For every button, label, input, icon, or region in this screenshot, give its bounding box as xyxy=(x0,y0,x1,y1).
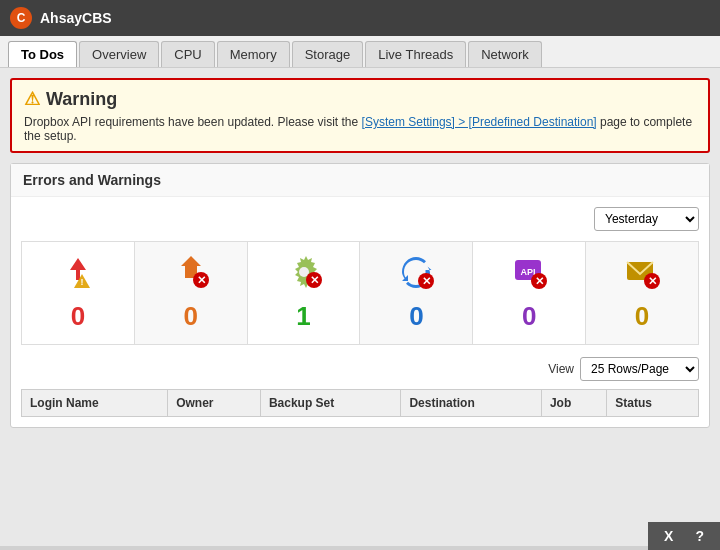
app-logo: C xyxy=(10,7,32,29)
svg-text:✕: ✕ xyxy=(648,275,657,287)
warning-heading: Warning xyxy=(46,89,117,110)
errors-warnings-panel: Errors and Warnings Yesterday Today Last… xyxy=(10,163,710,428)
top-bar: C AhsayCBS xyxy=(0,0,720,36)
view-row: View 25 Rows/Page 50 Rows/Page 100 Rows/… xyxy=(21,357,699,381)
view-label: View xyxy=(548,362,574,376)
svg-text:✕: ✕ xyxy=(196,274,205,286)
svg-text:✕: ✕ xyxy=(535,275,544,287)
stat-num-3: 1 xyxy=(256,301,352,332)
backup-error-icon: ✕ xyxy=(143,254,239,297)
col-status: Status xyxy=(607,390,699,417)
warning-pre: Dropbox API requirements have been updat… xyxy=(24,115,362,129)
col-owner: Owner xyxy=(168,390,261,417)
stat-card-backup-error: ✕ 0 xyxy=(135,242,248,344)
warning-message: Dropbox API requirements have been updat… xyxy=(24,115,696,143)
main-content: ⚠ Warning Dropbox API requirements have … xyxy=(0,68,720,546)
col-destination: Destination xyxy=(401,390,542,417)
stat-num-1: 0 xyxy=(30,301,126,332)
stat-card-sync-error: ✕ 0 xyxy=(360,242,473,344)
tab-cpu[interactable]: CPU xyxy=(161,41,214,67)
svg-marker-0 xyxy=(70,258,86,280)
settings-error-icon: ✕ xyxy=(256,254,352,297)
svg-text:✕: ✕ xyxy=(422,275,431,287)
sync-error-icon: ✕ xyxy=(368,254,464,297)
app-title: AhsayCBS xyxy=(40,10,112,26)
tab-memory[interactable]: Memory xyxy=(217,41,290,67)
section-body: Yesterday Today Last 7 Days Last 30 Days xyxy=(11,197,709,427)
svg-text:!: ! xyxy=(80,277,83,287)
stat-num-2: 0 xyxy=(143,301,239,332)
tab-overview[interactable]: Overview xyxy=(79,41,159,67)
tab-live-threads[interactable]: Live Threads xyxy=(365,41,466,67)
rows-per-page-select[interactable]: 25 Rows/Page 50 Rows/Page 100 Rows/Page xyxy=(580,357,699,381)
section-title: Errors and Warnings xyxy=(11,164,709,197)
stat-card-api-error: API ✕ 0 xyxy=(473,242,586,344)
email-error-icon: ✕ xyxy=(594,254,690,297)
tab-storage[interactable]: Storage xyxy=(292,41,364,67)
tab-todos[interactable]: To Dos xyxy=(8,41,77,67)
filter-row: Yesterday Today Last 7 Days Last 30 Days xyxy=(21,207,699,231)
svg-text:✕: ✕ xyxy=(309,274,318,286)
help-button[interactable]: ? xyxy=(689,526,710,546)
stat-card-settings-error: ✕ 1 xyxy=(248,242,361,344)
errors-table: Login Name Owner Backup Set Destination … xyxy=(21,389,699,417)
tab-network[interactable]: Network xyxy=(468,41,542,67)
warning-box: ⚠ Warning Dropbox API requirements have … xyxy=(10,78,710,153)
stat-card-email-error: ✕ 0 xyxy=(586,242,698,344)
stat-card-upload-warning: ! 0 xyxy=(22,242,135,344)
api-error-icon: API ✕ xyxy=(481,254,577,297)
stat-num-4: 0 xyxy=(368,301,464,332)
warning-link[interactable]: [System Settings] > [Predefined Destinat… xyxy=(362,115,597,129)
col-login-name: Login Name xyxy=(22,390,168,417)
stats-row: ! 0 ✕ 0 xyxy=(21,241,699,345)
stat-num-6: 0 xyxy=(594,301,690,332)
col-job: Job xyxy=(541,390,606,417)
upload-warning-icon: ! xyxy=(30,254,126,297)
stat-num-5: 0 xyxy=(481,301,577,332)
time-filter-select[interactable]: Yesterday Today Last 7 Days Last 30 Days xyxy=(594,207,699,231)
close-button[interactable]: X xyxy=(658,526,679,546)
warning-title: ⚠ Warning xyxy=(24,88,696,110)
warning-icon: ⚠ xyxy=(24,88,40,110)
nav-tabs: To Dos Overview CPU Memory Storage Live … xyxy=(0,36,720,68)
col-backup-set: Backup Set xyxy=(260,390,401,417)
bottom-bar: X ? xyxy=(648,522,720,550)
